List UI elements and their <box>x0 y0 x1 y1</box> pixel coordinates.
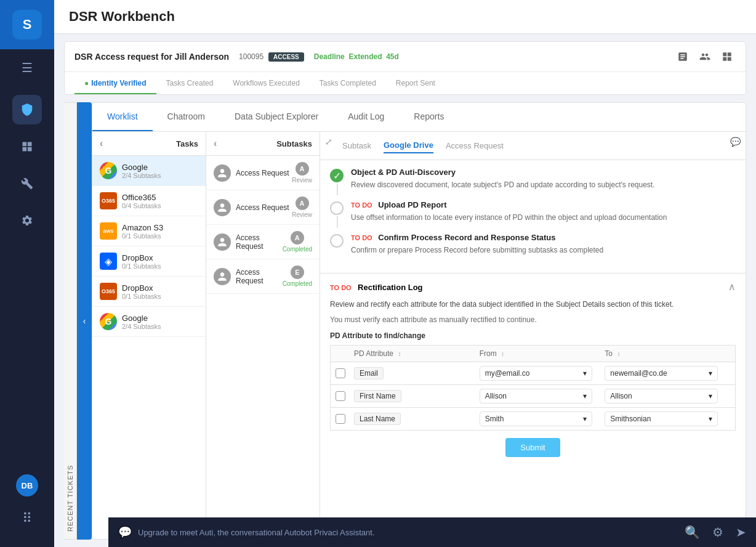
tasks-header: ‹ Tasks <box>92 132 206 156</box>
pd-table-header: PD Attribute ↕ From ↕ To ↕ <box>330 345 736 362</box>
recent-tickets-tab[interactable]: RECENT TICKETS <box>64 102 77 540</box>
subtasks-column: ‹ Subtasks Access Request A Review <box>206 132 320 539</box>
tasks-nav-prev[interactable]: ‹ <box>100 138 103 149</box>
check-2 <box>330 201 344 215</box>
logo-area: S <box>0 0 54 49</box>
tab-audit-log[interactable]: Audit Log <box>333 103 399 131</box>
arrow-icon[interactable]: ➤ <box>736 525 746 540</box>
main-content: DSR Workbench DSR Access request for Jil… <box>54 0 756 547</box>
pd-checkbox-firstname[interactable] <box>336 391 345 401</box>
dsr-title: DSR Access request for Jill Anderson <box>74 52 229 62</box>
subtask-entry-3: TO DO Confirm Process Record and Respons… <box>330 233 736 256</box>
subtask-status-3: A Completed <box>283 231 312 253</box>
subtask-item-2[interactable]: Access Request A Review <box>206 190 320 225</box>
tab-worklist[interactable]: Worklist <box>92 103 153 131</box>
subtask-avatar-3 <box>214 233 231 251</box>
logo-text: S <box>23 17 32 33</box>
aws-icon: aws <box>100 222 117 240</box>
detail-tab-google-drive[interactable]: Google Drive <box>384 138 433 153</box>
filter-icon[interactable]: ⚙ <box>712 525 723 540</box>
sidebar-item-settings[interactable] <box>12 206 42 235</box>
dropbox-icon-1: ◈ <box>100 253 117 270</box>
pd-checkbox-lastname[interactable] <box>336 414 345 424</box>
bottom-bar-text: Upgrade to meet Auti, the conversational… <box>138 528 374 537</box>
menu-hamburger-icon[interactable]: ☰ <box>0 49 54 86</box>
search-icon[interactable]: 🔍 <box>685 525 700 540</box>
dsr-action-layout[interactable] <box>718 48 736 65</box>
bottom-actions: 🔍 ⚙ ➤ <box>685 525 746 540</box>
app-logo: S <box>12 10 42 39</box>
bottom-bar: 💬 Upgrade to meet Auti, the conversation… <box>108 517 756 547</box>
rectification-header[interactable]: TO DO Rectification Log ∧ <box>330 281 736 293</box>
subtasks-header: ‹ Subtasks <box>206 132 320 156</box>
subtask-avatar-4 <box>214 268 231 285</box>
dsr-deadline: Deadline Extended 45d <box>314 52 399 61</box>
detail-tab-access-request[interactable]: Access Request <box>446 139 504 153</box>
pd-row-email: Email my@email.co ▾ newemail@co. <box>330 362 736 385</box>
dsr-id: 100095 <box>239 52 263 61</box>
subtask-item-4[interactable]: Access Request E Completed <box>206 259 320 294</box>
office365-icon: O365 <box>100 192 117 209</box>
check-1: ✓ <box>330 169 344 182</box>
task-item-dropbox-1[interactable]: ◈ DropBox 0/1 Subtasks <box>92 246 206 277</box>
task-item-google-2[interactable]: G Google 2/4 Subtasks <box>92 307 206 337</box>
google-icon-1: G <box>100 162 117 179</box>
pd-attribute-table: PD Attribute ↕ From ↕ To ↕ <box>330 345 736 431</box>
task-item-amazon-s3[interactable]: aws Amazon S3 0/1 Subtasks <box>92 216 206 246</box>
chat-bubble-icon: 💬 <box>118 525 132 539</box>
detail-tab-subtask[interactable]: Subtask <box>342 139 371 153</box>
progress-tab-report[interactable]: Report Sent <box>386 72 445 94</box>
subtask-item-3[interactable]: Access Request A Completed <box>206 225 320 259</box>
content-area: RECENT TICKETS ‹ Worklist Chatroom Data … <box>64 102 746 540</box>
from-select-email[interactable]: my@email.co ▾ <box>480 366 592 381</box>
sidebar-item-apps[interactable]: ⠿ <box>12 504 42 533</box>
rectification-body: Review and rectify each attribute for th… <box>330 299 736 310</box>
rectification-note: You must verify each attribute as manual… <box>330 315 736 324</box>
sidebar-item-tools[interactable] <box>12 169 42 198</box>
progress-tab-tasks[interactable]: Tasks Created <box>156 72 223 94</box>
from-select-firstname[interactable]: Allison ▾ <box>480 389 592 403</box>
attr-tag-lastname: Last Name <box>354 413 401 425</box>
pd-checkbox-email[interactable] <box>336 368 345 378</box>
subtask-detail-list: ✓ Object & PD Auti-Discovery Review disc… <box>320 160 746 273</box>
to-select-firstname[interactable]: Allison ▾ <box>605 389 717 403</box>
detail-column: ⤢ 💬 Subtask Google Drive Access Request … <box>320 132 746 539</box>
task-item-dropbox-2[interactable]: O365 DropBox 0/1 Subtasks <box>92 277 206 307</box>
tasks-label: Tasks <box>176 139 198 148</box>
tab-chatroom[interactable]: Chatroom <box>153 103 220 131</box>
dsr-action-user[interactable] <box>696 48 714 65</box>
subtask-status-4: E Completed <box>283 265 312 287</box>
office365-icon-2: O365 <box>100 283 117 300</box>
collapse-icon[interactable]: ∧ <box>728 281 736 293</box>
sidebar-bottom: DB ⠿ <box>12 471 42 547</box>
sidebar-item-grid[interactable] <box>12 132 42 161</box>
progress-tab-identity[interactable]: ● Identity Verified <box>74 72 156 94</box>
subtask-item-1[interactable]: Access Request A Review <box>206 156 320 190</box>
pd-row-lastname: Last Name Smith ▾ Smithsonian <box>330 408 736 431</box>
page-header: DSR Workbench <box>54 0 756 34</box>
task-item-office365[interactable]: O365 Office365 0/4 Subtasks <box>92 186 206 216</box>
subtasks-nav-prev[interactable]: ‹ <box>214 138 217 149</box>
rectification-section: TO DO Rectification Log ∧ Review and rec… <box>320 273 746 472</box>
submit-button[interactable]: Submit <box>505 438 560 457</box>
sidebar-item-shield[interactable] <box>12 95 42 124</box>
progress-tab-workflows[interactable]: Workflows Executed <box>223 72 310 94</box>
main-panel: Worklist Chatroom Data Subject Explorer … <box>92 102 746 540</box>
user-avatar[interactable]: DB <box>16 474 38 496</box>
recent-tickets-container: RECENT TICKETS ‹ <box>64 102 92 540</box>
attr-tag-email: Email <box>354 367 384 379</box>
subtask-avatar-2 <box>214 199 231 216</box>
tab-reports[interactable]: Reports <box>399 103 459 131</box>
subtask-entry-2: TO DO Upload PD Report Use offset inform… <box>330 200 736 223</box>
to-select-email[interactable]: newemail@co.de ▾ <box>605 366 717 381</box>
tab-data-subject[interactable]: Data Subject Explorer <box>220 103 333 131</box>
progress-tab-completed[interactable]: Tasks Completed <box>310 72 386 94</box>
subtask-status-2: A Review <box>292 197 312 218</box>
task-item-google-1[interactable]: G Google 2/4 Subtasks <box>92 156 206 186</box>
page-title: DSR Workbench <box>69 9 175 25</box>
recent-tickets-arrow[interactable]: ‹ <box>77 102 92 540</box>
progress-tabs: ● Identity Verified Tasks Created Workfl… <box>65 72 746 94</box>
to-select-lastname[interactable]: Smithsonian ▾ <box>605 411 717 426</box>
dsr-action-export[interactable] <box>674 48 691 65</box>
from-select-lastname[interactable]: Smith ▾ <box>480 411 592 426</box>
